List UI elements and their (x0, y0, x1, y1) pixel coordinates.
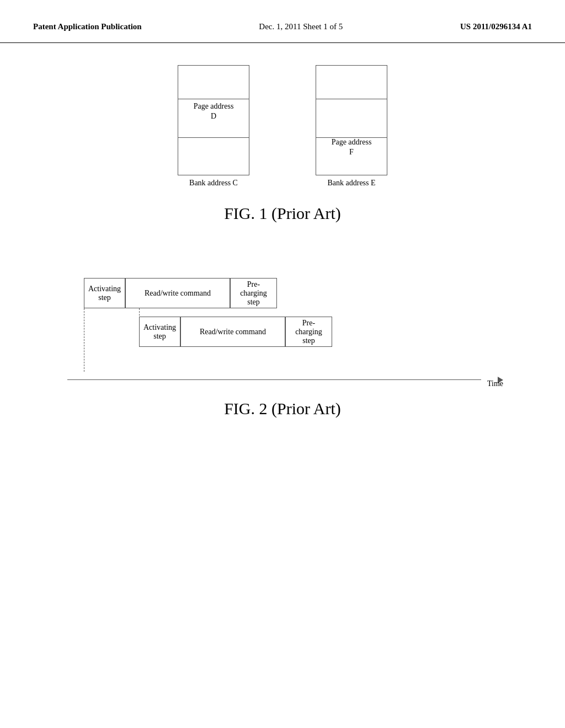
fig2-dashed-line-2 (139, 308, 140, 347)
fig1-bank-label-e: Bank address E (327, 179, 375, 188)
fig2-row2-readwrite: Read/write command (180, 317, 285, 347)
page: Patent Application Publication Dec. 1, 2… (0, 0, 565, 728)
fig2-row1-precharging: Pre-chargingstep (230, 278, 277, 308)
patent-number: US 2011/0296134 A1 (460, 22, 532, 31)
timeline-area: Activatingstep Read/write command Pre-ch… (67, 278, 498, 388)
fig1-bank-label-c: Bank address C (189, 179, 238, 188)
fig2-dashed-line-1 (84, 308, 84, 372)
fig1-section: Page addressD Bank address C Page addres… (0, 43, 565, 234)
fig1-box1-wrapper: Page addressD Bank address C (178, 65, 249, 188)
fig2-row1-readwrite: Read/write command (125, 278, 230, 308)
fig2-time-label: Time (487, 379, 503, 388)
fig2-row2-precharging: Pre-chargingstep (285, 317, 332, 347)
fig1-page-label-f: Page addressF (332, 138, 372, 156)
fig2-row1-activating: Activatingstep (84, 278, 125, 308)
sheet-info: Dec. 1, 2011 Sheet 1 of 5 (259, 22, 343, 31)
fig2-diagram: Activatingstep Read/write command Pre-ch… (67, 278, 498, 388)
fig1-boxes: Page addressD Bank address C Page addres… (178, 65, 387, 188)
fig1-memory-box-e: Page addressF (316, 65, 387, 175)
fig1-page-label-d: Page addressD (194, 102, 234, 120)
fig2-section: Activatingstep Read/write command Pre-ch… (0, 267, 565, 429)
publication-label: Patent Application Publication (33, 22, 142, 31)
fig2-row2: Activatingstep Read/write command Pre-ch… (139, 317, 332, 347)
header: Patent Application Publication Dec. 1, 2… (0, 0, 565, 43)
fig2-row2-activating: Activatingstep (139, 317, 180, 347)
fig1-memory-box-c: Page addressD (178, 65, 249, 175)
fig2-row1: Activatingstep Read/write command Pre-ch… (84, 278, 277, 308)
fig2-caption: FIG. 2 (Prior Art) (224, 399, 341, 418)
fig2-time-axis (67, 379, 481, 380)
fig1-caption: FIG. 1 (Prior Art) (224, 204, 341, 223)
fig1-box2-wrapper: Page addressF Bank address E (316, 65, 387, 188)
